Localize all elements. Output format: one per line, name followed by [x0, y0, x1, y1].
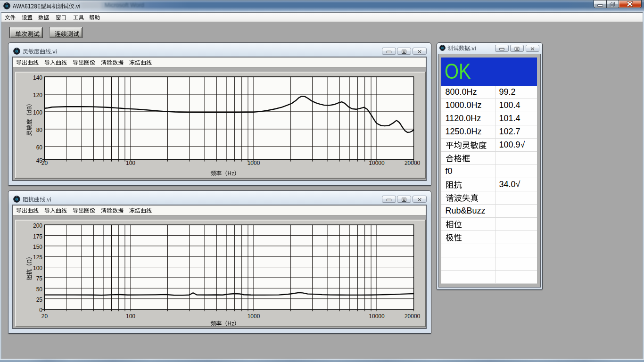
- svg-text:80: 80: [36, 127, 43, 133]
- svg-text:75: 75: [36, 275, 43, 282]
- svg-text:60: 60: [36, 144, 43, 151]
- svg-text:20: 20: [41, 160, 48, 166]
- svg-text:140: 140: [33, 74, 42, 81]
- svg-text:1000: 1000: [248, 160, 260, 166]
- svg-text:100: 100: [126, 160, 135, 166]
- svg-text:10000: 10000: [369, 160, 385, 166]
- svg-text:25: 25: [36, 296, 43, 303]
- svg-text:1000: 1000: [248, 313, 260, 320]
- svg-text:125: 125: [33, 254, 42, 261]
- svg-text:150: 150: [33, 244, 42, 250]
- svg-text:100: 100: [33, 265, 42, 272]
- svg-text:50: 50: [36, 286, 43, 293]
- svg-text:200: 200: [33, 222, 42, 229]
- svg-text:100: 100: [33, 109, 42, 116]
- svg-text:120: 120: [33, 92, 42, 99]
- svg-text:20: 20: [41, 313, 48, 320]
- svg-text:100: 100: [126, 313, 135, 320]
- svg-text:20000: 20000: [405, 313, 421, 320]
- svg-text:175: 175: [33, 233, 42, 240]
- svg-text:10000: 10000: [369, 313, 385, 320]
- svg-text:20000: 20000: [405, 160, 421, 166]
